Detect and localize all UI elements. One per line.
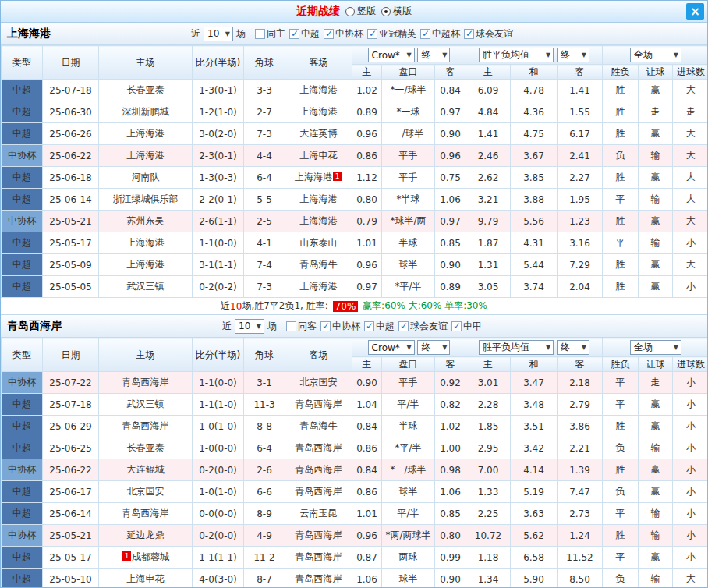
result-header: 全场 ▼ [603,46,708,65]
euro-away-odds-cell: 1.55 [558,101,603,123]
corner-cell: 2-7 [244,101,285,123]
team-title: 青岛西海岸 [7,319,62,333]
match-count-select[interactable]: 10 ▼ [204,27,233,41]
corner-cell: 11-2 [244,547,285,569]
checkbox-checked-icon [420,29,430,39]
team-name-text: 上海海港 [300,84,338,95]
full-match-select[interactable]: 全场 ▼ [630,48,681,62]
filter-option[interactable]: 中超 [364,320,395,333]
filter-bar: 近 10 ▼ 场 同主中超中协杯亚冠精英中超杯球会友谊 [191,27,517,41]
euro-odds-header: 胜平负均值 ▼ 终 ▼ [466,338,603,357]
chevron-down-icon: ▼ [406,344,411,351]
euro-draw-odds-cell: 3.47 [511,372,558,394]
close-button[interactable]: × [686,3,704,20]
asia-handicap-cell: *一/球半 [382,459,435,481]
filter-option[interactable]: 球会友谊 [464,27,513,41]
layout-radio-vertical[interactable]: 竖版 [345,5,376,18]
home-team-cell: 大连鲲城 [99,459,193,481]
asia-home-odds-cell: 1.12 [352,167,382,189]
score-cell: 2-3(0-1) [193,145,244,167]
match-row: 中超25-06-18河南队1-3(0-3)6-4上海海港11.12平手0.752… [2,167,708,189]
away-team-cell: 青岛西海岸 [285,569,352,588]
subcol-wdl: 胜负 [603,65,639,80]
corner-cell: 5-5 [244,189,285,211]
asia-home-odds-cell: 1.02 [352,80,382,101]
euro-average-select[interactable]: 胜平负均值 ▼ [479,340,554,355]
goals-result-cell: 走 [673,101,708,123]
filter-option[interactable]: 亚冠精英 [367,27,416,41]
corner-cell: 7-4 [244,254,285,276]
goals-result-cell: 小 [673,232,708,254]
asia-handicap-cell: *球半/两 [382,211,435,232]
home-team-cell: 青岛西海岸 [99,416,193,437]
euro-away-odds-cell: 2.18 [558,372,603,394]
team-name-text: 青岛西海岸 [296,551,342,562]
match-row: 中协杯25-05-21苏州东吴2-6(1-1)2-5上海海港0.79*球半/两0… [2,211,708,232]
match-row: 中超25-07-18武汉三镇1-1(1-0)11-3青岛西海岸1.04平/半0.… [2,394,708,416]
chevron-down-icon: ▼ [546,344,550,351]
red-card-badge: 1 [122,551,131,561]
filter-option[interactable]: 球会友谊 [398,320,448,333]
date-cell: 25-05-21 [43,525,99,547]
asia-odds-header: Crow* ▼ 终 ▼ [352,338,466,357]
euro-draw-odds-cell: 6.58 [511,547,558,569]
match-row: 中超25-05-17上海海港1-1(0-0)4-1山东泰山1.01半球0.851… [2,232,708,254]
goals-result-cell: 小 [673,459,708,481]
filter-option[interactable]: 中超 [289,27,320,41]
home-team-cell: 长春亚泰 [99,437,193,459]
filter-option[interactable]: 同主 [255,27,285,41]
euro-away-odds-cell: 3.16 [558,232,603,254]
full-match-select[interactable]: 全场 ▼ [630,340,681,355]
corner-cell: 4-4 [244,145,285,167]
goals-result-cell: 小 [673,416,708,437]
league-cell: 中超 [2,547,43,569]
handicap-result-cell: 输 [639,145,673,167]
date-cell: 25-05-17 [43,547,99,569]
euro-draw-odds-cell: 3.51 [511,416,558,437]
summary-text: 近 [221,299,230,313]
filter-option[interactable]: 中协杯 [320,320,360,333]
goals-result-cell: 大 [673,123,708,145]
goals-result-cell: 小 [673,276,708,298]
corner-cell: 3-3 [244,80,285,101]
euro-draw-odds-cell: 5.56 [511,211,558,232]
euro-final-select[interactable]: 终 ▼ [557,340,589,355]
league-cell: 中协杯 [2,525,43,547]
handicap-result-cell: 赢 [639,123,673,145]
date-cell: 25-06-17 [43,481,99,503]
asia-away-odds-cell: 0.98 [435,459,466,481]
league-cell: 中超 [2,481,43,503]
home-team-cell: 武汉三镇 [99,276,193,298]
euro-final-select[interactable]: 终 ▼ [557,48,589,62]
handicap-result-cell: 输 [639,437,673,459]
asia-final-select[interactable]: 终 ▼ [417,48,450,62]
asia-home-odds-cell: 0.96 [352,254,382,276]
euro-average-select[interactable]: 胜平负均值 ▼ [479,48,554,62]
corner-cell: 7-3 [244,276,285,298]
match-row: 中协杯25-06-22上海海港2-3(0-1)4-4上海申花0.86平手0.96… [2,145,708,167]
filter-option[interactable]: 中甲 [451,320,482,333]
date-cell: 25-06-29 [43,416,99,437]
match-count-select[interactable]: 10 ▼ [235,319,264,334]
goals-result-cell: 大 [673,569,708,588]
checkbox-checked-icon [364,321,374,331]
filter-option[interactable]: 中超杯 [420,27,460,41]
euro-draw-odds-cell: 3.42 [511,437,558,459]
section-away-team: 青岛西海岸 近 10 ▼ 场 同客中协杯中超球会友谊中甲 类型 [1,315,707,588]
wdl-result-cell: 胜 [603,416,639,437]
layout-radio-horizontal[interactable]: 横版 [381,5,412,18]
handicap-result-cell: 赢 [639,80,673,101]
euro-home-odds-cell: 2.46 [466,145,511,167]
asia-home-odds-cell: 0.79 [352,211,382,232]
subcol-asia-handicap: 盘口 [382,357,435,372]
filter-option[interactable]: 中协杯 [324,27,363,41]
euro-draw-odds-cell: 5.19 [511,481,558,503]
match-row: 中超25-06-26上海海港3-0(2-0)7-3大连英博0.96一/球半0.9… [2,123,708,145]
asia-handicap-cell: 球半 [382,481,435,503]
bookmaker-select[interactable]: Crow* ▼ [368,340,415,355]
filter-option[interactable]: 同客 [286,320,317,333]
bookmaker-select[interactable]: Crow* ▼ [368,48,415,62]
asia-home-odds-cell: 0.84 [352,416,382,437]
score-cell: 0-2(0-2) [193,276,244,298]
asia-final-select[interactable]: 终 ▼ [417,340,450,355]
